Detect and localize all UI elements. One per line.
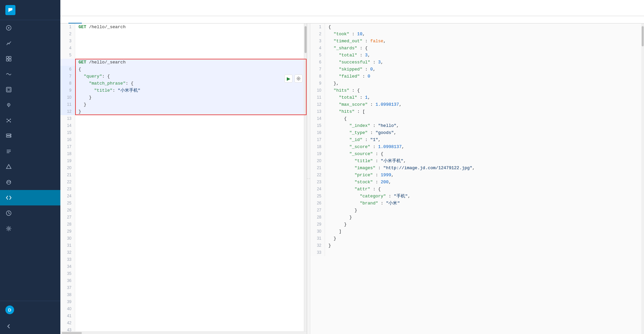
- table-row: 4 "_shards" : {: [310, 45, 641, 52]
- table-row: 25: [60, 200, 307, 207]
- table-row: 20 "title" : "小米手机",: [310, 157, 641, 164]
- table-row: 30 ]: [310, 228, 641, 235]
- table-row: 36: [60, 277, 307, 284]
- svg-point-1: [8, 27, 9, 29]
- svg-rect-6: [6, 87, 11, 92]
- table-row: 29: [60, 228, 307, 235]
- table-row: 35: [60, 270, 307, 277]
- table-row: 14 {: [310, 115, 641, 122]
- tabs-bar: [60, 16, 644, 23]
- resize-handle[interactable]: ⋮: [307, 23, 310, 334]
- svg-line-16: [9, 119, 10, 121]
- table-row: 10 }: [60, 94, 307, 101]
- sidebar-item-logs[interactable]: [0, 144, 60, 159]
- sidebar-item-apm[interactable]: [0, 159, 60, 175]
- sidebar-item-discover[interactable]: [0, 20, 60, 36]
- sidebar-logo: [0, 0, 60, 20]
- table-row: 33: [310, 249, 641, 256]
- table-row: 21: [60, 172, 307, 179]
- table-row: 30: [60, 235, 307, 242]
- settings-button[interactable]: [294, 75, 303, 83]
- default-avatar: D: [5, 305, 14, 314]
- input-h-scrollbar[interactable]: [60, 331, 307, 334]
- sidebar-item-timelion[interactable]: [0, 66, 60, 82]
- input-code-editor[interactable]: 1GET /hello/_search2345GET /hello/_searc…: [60, 23, 307, 331]
- table-row: 37: [60, 284, 307, 291]
- sidebar-item-dashboard[interactable]: [0, 51, 60, 66]
- discover-icon: [5, 25, 12, 31]
- sidebar-item-infrastructure[interactable]: [0, 128, 60, 144]
- table-row: 20: [60, 164, 307, 172]
- table-row: 27: [60, 214, 307, 221]
- table-row: 9 },: [310, 80, 641, 87]
- tab-search-profiler[interactable]: [82, 16, 95, 23]
- table-row: 19: [60, 157, 307, 164]
- sidebar: D: [0, 0, 60, 334]
- table-row: 21 "images" : "http://image.jd.com/12479…: [310, 164, 641, 172]
- action-buttons: ▶: [284, 75, 303, 83]
- table-row: GET /hello/_search: [60, 59, 307, 66]
- dashboard-icon: [5, 55, 12, 62]
- sidebar-item-collapse[interactable]: [0, 319, 60, 334]
- table-row: 38: [60, 291, 307, 298]
- table-row: 18 "_score" : 1.0998137,: [310, 143, 641, 150]
- table-row: 32: [60, 249, 307, 256]
- table-row: 28 }: [310, 214, 641, 221]
- timelion-icon: [5, 71, 12, 78]
- machine-learning-icon: [5, 117, 12, 124]
- svg-rect-3: [9, 56, 11, 58]
- table-row: 7 "query": {: [60, 73, 307, 80]
- svg-line-17: [7, 121, 9, 122]
- sidebar-item-maps[interactable]: [0, 97, 60, 113]
- table-row: 43: [60, 327, 307, 331]
- sidebar-item-dev-tools[interactable]: [0, 190, 60, 205]
- input-v-scrollbar[interactable]: [304, 23, 307, 331]
- svg-line-18: [9, 121, 10, 122]
- sidebar-item-uptime[interactable]: [0, 175, 60, 190]
- svg-point-22: [10, 136, 11, 137]
- sidebar-item-default[interactable]: D: [0, 301, 60, 319]
- sidebar-item-management[interactable]: [0, 221, 60, 236]
- table-row: 13: [60, 115, 307, 122]
- canvas-icon: [5, 86, 12, 93]
- logs-icon: [5, 148, 12, 155]
- table-row: 1GET /hello/_search: [60, 23, 307, 31]
- sidebar-item-machine-learning[interactable]: [0, 113, 60, 128]
- table-row: 11 }: [60, 101, 307, 108]
- dev-tools-icon: [5, 194, 12, 201]
- content-area: ▶ 1GET /hello/_search2345GET /hello/_sea…: [60, 0, 644, 334]
- table-row: 14: [60, 122, 307, 129]
- table-row: 16: [60, 136, 307, 143]
- output-v-scrollbar[interactable]: [641, 23, 644, 334]
- sidebar-item-monitoring[interactable]: [0, 205, 60, 221]
- table-row: 10 "hits" : {: [310, 87, 641, 94]
- table-row: 11 "total" : 1,: [310, 94, 641, 101]
- table-row: 39: [60, 298, 307, 305]
- uptime-icon: [5, 179, 12, 186]
- table-row: 33: [60, 256, 307, 263]
- svg-rect-2: [6, 56, 8, 58]
- table-row: 31 }: [310, 235, 641, 242]
- sidebar-item-visualize[interactable]: [0, 36, 60, 51]
- table-row: 42: [60, 320, 307, 327]
- collapse-icon: [5, 323, 12, 330]
- table-row: 34: [60, 263, 307, 270]
- run-button[interactable]: ▶: [284, 75, 292, 83]
- table-row: 6{: [60, 66, 307, 73]
- svg-point-21: [10, 134, 11, 135]
- table-row: 15 "_index" : "hello",: [310, 122, 641, 129]
- table-row: 22 "price" : 1999,: [310, 172, 641, 179]
- table-row: 1 {: [310, 23, 641, 31]
- table-row: 22: [60, 179, 307, 186]
- table-row: 12}: [60, 108, 307, 115]
- svg-rect-4: [6, 59, 8, 61]
- tab-grok-debugger[interactable]: [95, 16, 109, 23]
- table-row: 41: [60, 313, 307, 320]
- output-code-editor[interactable]: 1 { 2 "took" : 10, 3 "timed_out" : false…: [310, 23, 641, 334]
- sidebar-item-canvas[interactable]: [0, 82, 60, 97]
- tab-console[interactable]: [68, 16, 82, 23]
- table-row: 23: [60, 186, 307, 193]
- table-row: 9 "title": "小米手机": [60, 87, 307, 94]
- infrastructure-icon: [5, 133, 12, 139]
- table-row: 31: [60, 242, 307, 249]
